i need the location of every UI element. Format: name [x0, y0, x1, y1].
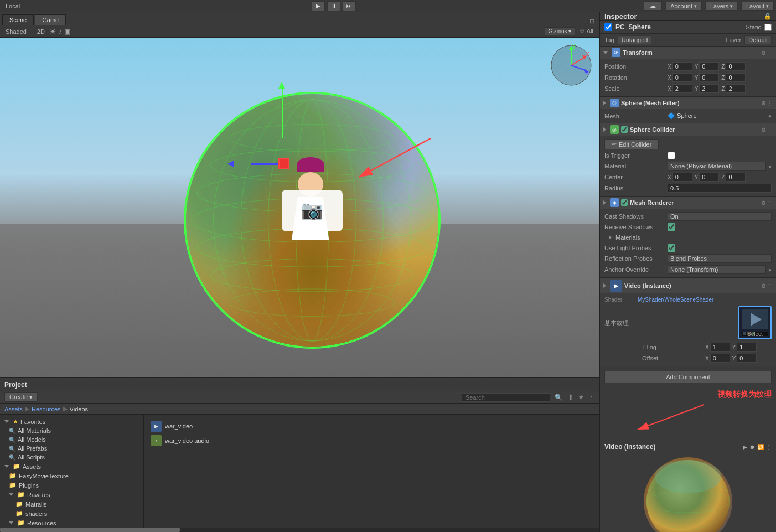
vi-loop-btn[interactable]: 🔁: [757, 444, 764, 450]
sphere-collider-settings[interactable]: ⚙: [761, 127, 766, 133]
layout-button[interactable]: Layout: [741, 2, 774, 11]
step-button[interactable]: ⏭: [343, 1, 356, 11]
is-trigger-check[interactable]: [668, 152, 675, 159]
tree-all-prefabs[interactable]: 🔍 All Prefabs: [2, 444, 141, 453]
mesh-filter-settings-btn[interactable]: ⚙: [761, 100, 766, 106]
layers-button[interactable]: Layers: [705, 2, 738, 11]
rot-y[interactable]: [699, 73, 719, 82]
shader-value[interactable]: MyShader/WholeSceneShader: [638, 297, 713, 303]
mesh-renderer-menu[interactable]: ⋮: [767, 200, 773, 206]
mesh-select-btn[interactable]: ●: [768, 113, 772, 119]
center-x[interactable]: [672, 173, 692, 182]
pos-z[interactable]: [726, 62, 746, 71]
texture-preview[interactable]: Select: [738, 306, 772, 339]
2d-button[interactable]: 2D: [35, 28, 47, 35]
vi-stop-btn[interactable]: ⏺: [749, 444, 755, 450]
account-button[interactable]: Account: [665, 2, 702, 11]
tag-dropdown[interactable]: Untagged: [618, 35, 652, 44]
scale-y[interactable]: [699, 84, 719, 93]
edit-collider-row: ✏ Edit Collider: [604, 138, 772, 151]
assets-folder[interactable]: 📁 Assets: [2, 462, 141, 471]
use-light-probes-check[interactable]: [668, 244, 675, 252]
sphere-collider-header[interactable]: ◎ Sphere Collider ⚙ ⋮: [600, 123, 776, 136]
transform-menu-btn[interactable]: ⋮: [767, 50, 773, 56]
mesh-renderer-header[interactable]: ◈ Mesh Renderer ⚙ ⋮: [600, 197, 776, 209]
tiling-y[interactable]: [737, 343, 757, 352]
pause-button[interactable]: ⏸: [327, 1, 340, 11]
anchor-select[interactable]: ●: [768, 267, 772, 273]
rot-x[interactable]: [672, 73, 692, 82]
tiling-x[interactable]: [710, 343, 730, 352]
tree-easymovie[interactable]: 📁 EasyMovieTexture: [2, 471, 141, 481]
maximize-icon[interactable]: ⊡: [589, 18, 594, 25]
mesh-renderer-settings[interactable]: ⚙: [761, 200, 766, 206]
mesh-renderer-toggle[interactable]: [621, 199, 628, 206]
tree-plugins[interactable]: 📁 Plugins: [2, 481, 141, 490]
viewport[interactable]: 📷 Y: [0, 38, 599, 377]
material-row: Material None (Physic Material) ●: [604, 161, 772, 172]
go-active-checkbox[interactable]: [604, 23, 612, 31]
project-search[interactable]: [462, 393, 550, 402]
play-button[interactable]: ▶: [312, 1, 325, 11]
assets-scrollbar[interactable]: [0, 528, 599, 532]
video-instance-menu[interactable]: ⋮: [767, 283, 773, 289]
shading-selector[interactable]: Shaded: [3, 28, 29, 35]
mesh-filter-header[interactable]: ⬡ Sphere (Mesh Filter) ⚙ ⋮: [600, 97, 776, 109]
center-y[interactable]: [699, 173, 719, 182]
cast-shadows-dropdown[interactable]: On: [668, 212, 772, 221]
scale-z[interactable]: [726, 84, 746, 93]
tree-matrails[interactable]: 📁 Matrails: [2, 499, 141, 509]
all-button[interactable]: ☆ All: [577, 28, 596, 35]
pos-x[interactable]: [672, 62, 692, 71]
cloud-button[interactable]: ☁: [644, 1, 662, 11]
tab-scene[interactable]: Scene: [2, 14, 34, 25]
tab-game[interactable]: Game: [35, 14, 66, 25]
favorites-folder[interactable]: ★ Favorites: [2, 417, 141, 426]
tree-all-materials[interactable]: 🔍 All Materials: [2, 426, 141, 435]
video-instance-settings[interactable]: ⚙: [761, 283, 766, 289]
offset-y[interactable]: [737, 354, 757, 363]
scale-x[interactable]: [672, 84, 692, 93]
pos-y[interactable]: [699, 62, 719, 71]
more-icon[interactable]: ⋮: [588, 394, 594, 401]
video-controls: ▶ ⏺ 🔁 ⋮: [743, 444, 772, 450]
transform-settings-btn[interactable]: ⚙: [761, 50, 766, 56]
tree-resources[interactable]: 📁 Resources: [2, 518, 141, 528]
vi-more-btn[interactable]: ⋮: [766, 444, 772, 450]
light-toggle[interactable]: ☀: [49, 27, 56, 36]
vi-play-btn[interactable]: ▶: [743, 444, 747, 450]
anchor-override-dropdown[interactable]: None (Transform): [668, 265, 766, 274]
add-component-button[interactable]: Add Component: [604, 371, 772, 383]
tree-all-models[interactable]: 🔍 All Models: [2, 435, 141, 444]
material-select[interactable]: ●: [768, 163, 772, 169]
material-dropdown[interactable]: None (Physic Material): [668, 162, 766, 171]
fx-toggle[interactable]: ▣: [64, 28, 70, 35]
star-icon[interactable]: ★: [578, 394, 584, 401]
center-z[interactable]: [726, 173, 746, 182]
create-button[interactable]: Create ▾: [4, 392, 38, 402]
folder-up-icon[interactable]: ⬆: [567, 393, 574, 402]
tree-all-scripts[interactable]: 🔍 All Scripts: [2, 453, 141, 462]
sphere-collider-body: ✏ Edit Collider Is Trigger Material None…: [600, 136, 776, 196]
layer-dropdown[interactable]: Default: [744, 35, 772, 44]
rot-z[interactable]: [726, 73, 746, 82]
static-checkbox[interactable]: [764, 24, 772, 31]
tree-rawres[interactable]: 📁 RawRes: [2, 490, 141, 499]
audio-toggle[interactable]: ♪: [59, 28, 62, 35]
sphere-collider-toggle[interactable]: [621, 126, 628, 133]
lock-icon[interactable]: 🔒: [764, 13, 772, 20]
materials-header[interactable]: Materials: [609, 233, 767, 242]
gizmos-button[interactable]: Gizmos ▾: [545, 27, 576, 35]
receive-shadows-check[interactable]: [668, 223, 675, 231]
asset-war-video[interactable]: ▶ war_video: [148, 419, 594, 433]
mesh-filter-menu-btn[interactable]: ⋮: [767, 100, 773, 106]
transform-comp-header[interactable]: ⟳ Transform ⚙ ⋮: [600, 47, 776, 59]
offset-x[interactable]: [710, 354, 730, 363]
radius-value[interactable]: [668, 184, 772, 193]
tree-shaders[interactable]: 📁 shaders: [2, 509, 141, 518]
edit-collider-btn[interactable]: ✏ Edit Collider: [604, 139, 659, 149]
asset-war-video-audio[interactable]: ♪ war_video audio: [148, 433, 594, 448]
reflection-probes-dropdown[interactable]: Blend Probes: [668, 254, 772, 263]
sphere-collider-menu[interactable]: ⋮: [767, 127, 773, 133]
video-instance-header[interactable]: ▶ Video (Instance) ⚙ ⋮: [600, 278, 776, 293]
